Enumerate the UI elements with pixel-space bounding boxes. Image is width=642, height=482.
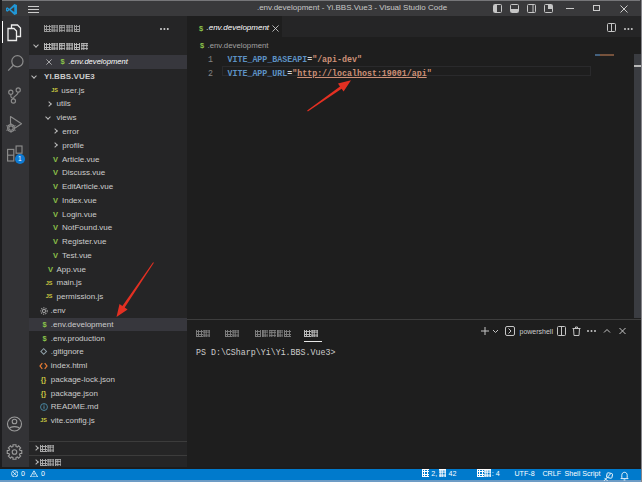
svg-text:powershell: powershell — [520, 328, 554, 336]
